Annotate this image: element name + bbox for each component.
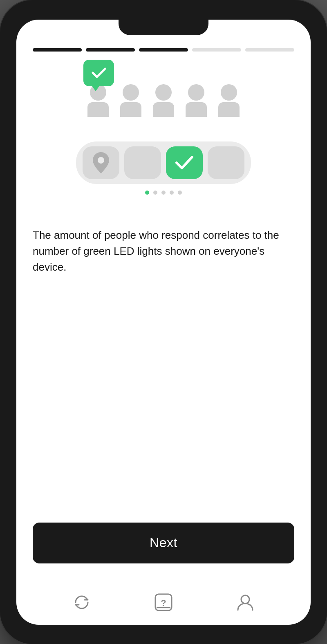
person-3 bbox=[153, 84, 174, 117]
person-head bbox=[188, 84, 204, 101]
dot-3 bbox=[161, 191, 166, 195]
person-body bbox=[218, 102, 240, 117]
person-body bbox=[120, 102, 141, 117]
next-button[interactable]: Next bbox=[33, 523, 294, 563]
person-5 bbox=[218, 84, 240, 117]
person-body bbox=[153, 102, 174, 117]
card-blank-2[interactable] bbox=[208, 146, 244, 179]
dot-2 bbox=[153, 191, 157, 195]
person-head bbox=[123, 84, 139, 101]
refresh-nav-item[interactable] bbox=[71, 592, 92, 613]
people-illustration bbox=[87, 84, 240, 117]
progress-segment-4 bbox=[192, 48, 241, 52]
checkmark-icon bbox=[92, 67, 106, 79]
person-body bbox=[87, 102, 109, 117]
dot-1 bbox=[145, 191, 149, 195]
card-blank-1[interactable] bbox=[124, 146, 161, 179]
progress-segment-3 bbox=[139, 48, 188, 52]
svg-point-0 bbox=[98, 157, 104, 164]
check-icon bbox=[175, 156, 193, 170]
phone-screen: The amount of people who respond correla… bbox=[16, 20, 311, 625]
person-2 bbox=[120, 84, 141, 117]
main-content: The amount of people who respond correla… bbox=[16, 60, 311, 514]
person-4 bbox=[186, 84, 207, 117]
description-text: The amount of people who respond correla… bbox=[33, 227, 294, 275]
progress-segment-2 bbox=[86, 48, 135, 52]
card-check-active[interactable] bbox=[166, 146, 203, 179]
help-icon: ? bbox=[154, 593, 173, 612]
person-body bbox=[186, 102, 207, 117]
next-button-container: Next bbox=[16, 514, 311, 580]
dot-4 bbox=[170, 191, 174, 195]
profile-nav-item[interactable] bbox=[235, 592, 256, 613]
phone-frame: The amount of people who respond correla… bbox=[0, 0, 327, 644]
person-head bbox=[155, 84, 172, 101]
card-location[interactable] bbox=[83, 146, 119, 179]
notch bbox=[119, 20, 208, 35]
svg-point-4 bbox=[241, 595, 249, 604]
location-pin-icon bbox=[93, 152, 109, 173]
progress-segment-5 bbox=[245, 48, 294, 52]
dot-5 bbox=[178, 191, 182, 195]
svg-text:?: ? bbox=[161, 598, 166, 608]
dots-indicator bbox=[145, 191, 182, 195]
refresh-icon bbox=[73, 594, 90, 611]
check-bubble bbox=[83, 60, 114, 86]
help-nav-item[interactable]: ? bbox=[153, 592, 174, 613]
bottom-nav: ? bbox=[16, 580, 311, 625]
profile-icon bbox=[236, 593, 255, 612]
progress-segment-1 bbox=[33, 48, 82, 52]
card-selector[interactable] bbox=[76, 141, 251, 184]
person-head bbox=[221, 84, 237, 101]
